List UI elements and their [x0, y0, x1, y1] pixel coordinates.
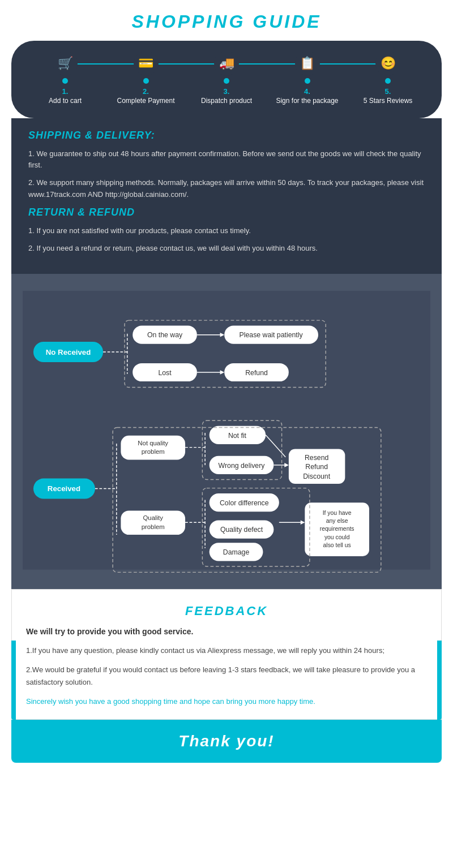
step-5: 😊 5. 5 Stars Reviews — [351, 51, 425, 106]
thankyou-text: Thank you! — [24, 732, 429, 750]
step-5-dot — [385, 78, 391, 84]
step-5-number: 5. — [385, 87, 391, 96]
step-2-dot — [143, 78, 149, 84]
svg-text:requirements: requirements — [320, 526, 354, 532]
info-section: Shipping & Delivery: 1. We guarantee to … — [11, 118, 442, 274]
on-the-way-box: On the way — [147, 332, 183, 340]
step-3-label: Dispatch product — [201, 97, 252, 106]
step-4-number: 4. — [304, 87, 310, 96]
step-1-label: Add to cart — [49, 97, 82, 106]
svg-text:also tell us: also tell us — [323, 542, 351, 548]
feedback-point1: 1.If you have any question, please kindl… — [26, 644, 427, 657]
svg-text:Discount: Discount — [303, 472, 330, 480]
flowchart-section: No Received On the way Please wait patie… — [11, 274, 442, 589]
step-4-icon: 📋 — [295, 51, 320, 76]
feedback-point2: 2.We would be grateful if you would cont… — [26, 664, 427, 689]
svg-text:you could: you could — [324, 534, 350, 540]
feedback-left-accent — [11, 641, 16, 720]
steps-container: 🛒 1. Add to cart 💳 2. Complete Payment 🚚… — [28, 51, 425, 106]
no-received-label: No Received — [46, 348, 91, 356]
step-1-icon: 🛒 — [53, 51, 78, 76]
feedback-title: Feedback — [26, 604, 427, 618]
feedback-highlight: We will try to provide you with good ser… — [26, 627, 427, 636]
page-title-section: Shopping Guide — [0, 0, 453, 41]
damage-box: Damage — [223, 548, 250, 556]
quality-problem-box: Quality — [143, 515, 164, 522]
step-4-label: Sign for the package — [276, 97, 338, 106]
svg-text:any else: any else — [326, 518, 348, 525]
refund-box: Refund — [245, 369, 268, 377]
step-1: 🛒 1. Add to cart — [28, 51, 102, 106]
steps-section: 🛒 1. Add to cart 💳 2. Complete Payment 🚚… — [11, 41, 442, 118]
step-2-icon: 💳 — [134, 51, 159, 76]
feedback-right-accent — [437, 641, 442, 720]
svg-text:problem: problem — [142, 523, 165, 530]
please-wait-box: Please wait patiently — [240, 332, 304, 340]
thankyou-section: Thank you! — [11, 720, 442, 763]
refund-point2: 2. If you need a refund or return, pleas… — [28, 243, 425, 255]
svg-text:Refund: Refund — [305, 463, 328, 471]
bottom-spacer — [0, 763, 453, 774]
page-title: Shopping Guide — [0, 11, 453, 32]
step-3-icon: 🚚 — [214, 51, 239, 76]
svg-text:problem: problem — [142, 448, 165, 455]
lost-box: Lost — [158, 369, 172, 377]
step-4-dot — [305, 78, 310, 84]
received-label: Received — [48, 485, 80, 493]
feedback-section: Feedback We will try to provide you with… — [11, 589, 442, 720]
flowchart-svg: No Received On the way Please wait patie… — [23, 291, 430, 570]
refund-heading: Return & Refund — [28, 207, 425, 218]
step-1-number: 1. — [62, 87, 69, 96]
else-requirements-box: If you have — [323, 510, 352, 516]
feedback-wish: Sincerely wish you have a good shopping … — [26, 695, 427, 708]
resend-box: Resend — [305, 454, 329, 462]
shipping-heading: Shipping & Delivery: — [28, 130, 425, 141]
step-2-number: 2. — [143, 87, 149, 96]
shipping-point2: 2. We support many shipping methods. Nor… — [28, 177, 425, 201]
refund-point1: 1. If you are not satisfied with our pro… — [28, 225, 425, 237]
shipping-point1: 1. We guarantee to ship out 48 hours aft… — [28, 148, 425, 172]
step-3-dot — [224, 78, 229, 84]
color-difference-box: Color difference — [220, 499, 269, 507]
step-5-label: 5 Stars Reviews — [364, 97, 413, 106]
step-3-number: 3. — [224, 87, 230, 96]
step-5-icon: 😊 — [375, 51, 400, 76]
step-2-label: Complete Payment — [117, 97, 174, 106]
step-2: 💳 2. Complete Payment — [109, 51, 183, 106]
step-4: 📋 4. Sign for the package — [271, 51, 344, 106]
step-1-dot — [62, 78, 68, 84]
not-fit-box: Not fit — [228, 432, 247, 440]
wrong-delivery-box: Wrong delivery — [219, 462, 266, 470]
step-3: 🚚 3. Dispatch product — [190, 51, 263, 106]
quality-defect-box: Quality defect — [220, 526, 263, 534]
not-quality-problem-box: Not quality — [138, 440, 168, 446]
